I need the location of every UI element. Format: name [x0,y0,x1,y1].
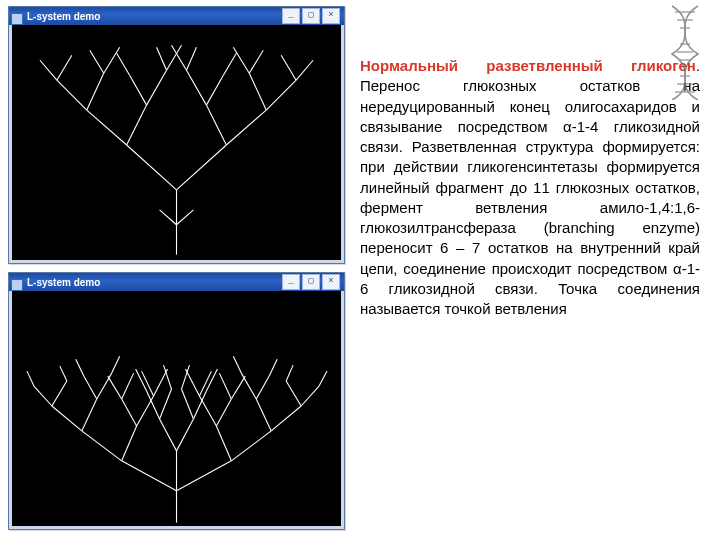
svg-line-29 [160,210,177,225]
svg-line-3 [87,110,127,145]
svg-line-23 [233,47,249,73]
svg-line-13 [117,53,130,75]
svg-line-68 [199,396,216,426]
svg-line-26 [223,53,236,75]
svg-line-74 [27,371,34,386]
minimize-button[interactable]: _ [282,8,300,24]
svg-line-24 [206,75,223,105]
svg-line-8 [57,55,72,80]
canvas-top [12,25,341,260]
close-button[interactable]: × [322,274,340,290]
svg-line-1 [127,145,177,190]
minimize-button[interactable]: _ [282,274,300,290]
svg-line-20 [296,60,313,80]
svg-line-65 [256,376,269,399]
svg-line-79 [319,371,327,386]
svg-line-58 [181,365,189,389]
svg-line-19 [249,73,266,110]
svg-line-17 [206,105,226,145]
svg-line-54 [181,389,193,419]
window-lsystem-top: L-system demo _ ▢ × [8,6,345,264]
svg-line-66 [241,373,256,399]
svg-line-37 [52,406,82,431]
svg-line-49 [160,419,177,451]
window-lsystem-bottom: L-system demo _ ▢ × [8,272,345,530]
svg-line-32 [122,461,177,491]
svg-line-55 [136,369,147,391]
svg-line-72 [185,369,199,396]
window-buttons-top: _ ▢ × [282,8,340,24]
svg-line-7 [40,60,57,80]
dna-helix-icon [662,4,708,100]
svg-line-64 [286,381,301,406]
svg-line-56 [164,365,172,389]
svg-line-9 [90,50,104,73]
svg-line-18 [266,80,296,110]
title-top: L-system demo [13,11,282,22]
svg-line-42 [97,373,112,399]
svg-line-48 [154,369,168,396]
svg-line-27 [186,47,196,70]
svg-line-25 [186,70,206,105]
svg-line-4 [127,105,147,145]
svg-line-62 [256,399,271,431]
titlebar-top[interactable]: L-system demo _ ▢ × [9,7,344,25]
svg-line-14 [157,47,167,70]
svg-line-2 [177,145,227,190]
svg-line-78 [286,365,293,381]
svg-line-76 [76,359,84,376]
title-bottom: L-system demo [13,277,282,288]
body-text: Нормальный разветвленный гликоген. Перен… [360,56,700,319]
svg-line-59 [231,431,271,461]
svg-line-57 [206,369,217,391]
svg-line-30 [177,210,194,225]
svg-line-12 [147,70,167,105]
svg-line-52 [160,389,172,419]
svg-line-6 [87,73,104,110]
svg-line-60 [216,426,231,461]
tree-graphic-bottom [12,291,341,526]
svg-line-61 [271,406,301,431]
svg-line-22 [249,50,263,73]
svg-line-36 [122,426,137,461]
canvas-bottom [12,291,341,526]
tree-graphic-top [12,25,341,260]
svg-line-33 [177,461,232,491]
close-button[interactable]: × [322,8,340,24]
window-buttons-bottom: _ ▢ × [282,274,340,290]
svg-line-45 [108,376,122,399]
svg-line-43 [122,399,137,426]
svg-line-40 [52,381,67,406]
svg-line-70 [219,373,231,399]
svg-line-75 [112,356,120,373]
svg-line-16 [226,110,266,145]
svg-line-5 [57,80,87,110]
svg-line-67 [216,399,231,426]
svg-line-46 [122,373,134,399]
svg-line-35 [82,431,122,461]
svg-line-69 [231,376,245,399]
svg-line-80 [233,356,241,373]
svg-line-41 [84,376,97,399]
svg-line-50 [177,419,194,451]
titlebar-bottom[interactable]: L-system demo _ ▢ × [9,273,344,291]
slide-container: L-system demo _ ▢ × [0,0,720,540]
svg-line-21 [281,55,296,80]
text-rest: . Перенос глюкозных остатков на нередуци… [360,57,700,317]
svg-line-10 [104,47,120,73]
svg-line-38 [82,399,97,431]
svg-line-77 [269,359,277,376]
svg-line-39 [34,386,52,406]
svg-line-73 [60,366,67,381]
svg-line-11 [130,75,147,105]
maximize-button[interactable]: ▢ [302,8,320,24]
text-highlight: Нормальный разветвленный гликоген [360,57,696,74]
maximize-button[interactable]: ▢ [302,274,320,290]
svg-line-63 [301,386,319,406]
